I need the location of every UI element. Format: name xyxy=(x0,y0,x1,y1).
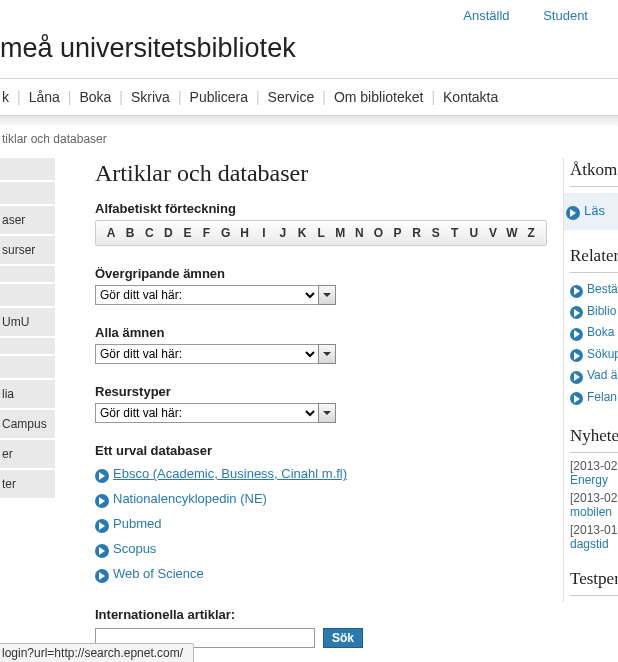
dropdown-arrow-icon[interactable] xyxy=(318,403,336,423)
db-link[interactable]: Scopus xyxy=(113,541,156,556)
right-sidebar: Åtkomst Läs Relaterade BestäBiblioBokaSö… xyxy=(563,158,618,602)
alpha-K[interactable]: K xyxy=(293,226,311,240)
db-item: Ebsco (Academic, Business, Cinahl m.fl) xyxy=(95,462,547,487)
sidebar-item[interactable]: UmU xyxy=(0,308,55,338)
alpha-M[interactable]: M xyxy=(331,226,349,240)
alpha-H[interactable]: H xyxy=(236,226,254,240)
alpha-P[interactable]: P xyxy=(388,226,406,240)
related-link[interactable]: Vad ä xyxy=(587,368,617,382)
alpha-W[interactable]: W xyxy=(503,226,521,240)
play-icon xyxy=(570,392,583,405)
related-link[interactable]: Sökup xyxy=(587,347,618,361)
alpha-B[interactable]: B xyxy=(121,226,139,240)
dropdown-arrow-icon[interactable] xyxy=(318,344,336,364)
news-link[interactable]: Energy xyxy=(570,473,608,487)
db-item: Web of Science xyxy=(95,562,547,587)
main-content: Artiklar och databaser Alfabetiskt förte… xyxy=(55,158,563,648)
db-link[interactable]: Nationalencyklopedin (NE) xyxy=(113,491,267,506)
intl-label: Internationella artiklar: xyxy=(95,607,547,622)
play-icon xyxy=(570,349,583,362)
nav-skriva[interactable]: Skriva xyxy=(131,89,170,105)
toplink-staff[interactable]: Anställd xyxy=(463,8,509,23)
sidebar-item[interactable]: aser xyxy=(0,206,55,236)
related-link[interactable]: Biblio xyxy=(587,304,616,318)
nav-boka[interactable]: Boka xyxy=(79,89,111,105)
news-date: [2013-02 xyxy=(570,459,618,473)
alpha-N[interactable]: N xyxy=(350,226,368,240)
alpha-G[interactable]: G xyxy=(217,226,235,240)
nav-k[interactable]: k xyxy=(2,89,9,105)
nav-låna[interactable]: Låna xyxy=(29,89,60,105)
sidebar-item[interactable]: lia xyxy=(0,380,55,410)
alpha-heading: Alfabetiskt förteckning xyxy=(95,201,547,216)
sidebar-item[interactable]: Campus xyxy=(0,410,55,440)
alpha-D[interactable]: D xyxy=(159,226,177,240)
alpha-E[interactable]: E xyxy=(178,226,196,240)
db-item: Pubmed xyxy=(95,512,547,537)
dropdown-arrow-icon[interactable] xyxy=(318,285,336,305)
alpha-F[interactable]: F xyxy=(197,226,215,240)
alpha-R[interactable]: R xyxy=(408,226,426,240)
status-bar: login?url=http://search.epnet.com/ xyxy=(0,643,194,648)
related-link-row: Sökup xyxy=(570,344,618,366)
alla-select[interactable]: Gör ditt val här: xyxy=(95,344,319,364)
testpe-heading: Testperiod xyxy=(570,567,618,596)
nav-publicera[interactable]: Publicera xyxy=(190,89,248,105)
db-link[interactable]: Web of Science xyxy=(113,566,204,581)
alpha-O[interactable]: O xyxy=(369,226,387,240)
play-icon xyxy=(95,469,109,483)
related-link[interactable]: Boka xyxy=(587,325,614,339)
sidebar-spacer xyxy=(0,266,55,284)
nyheter-heading: Nyheter xyxy=(570,424,618,453)
related-link-row: Bestä xyxy=(570,279,618,301)
las-link[interactable]: Läs xyxy=(584,203,605,218)
alpha-U[interactable]: U xyxy=(465,226,483,240)
news-title: Energy xyxy=(570,473,618,491)
resurstyper-select[interactable]: Gör ditt val här: xyxy=(95,403,319,423)
sidebar-spacer xyxy=(0,284,55,308)
sidebar-spacer xyxy=(0,338,55,356)
alpha-Z[interactable]: Z xyxy=(522,226,540,240)
db-link[interactable]: Ebsco (Academic, Business, Cinahl m.fl) xyxy=(113,466,347,481)
related-link[interactable]: Bestä xyxy=(587,282,618,296)
sidebar-item[interactable]: er xyxy=(0,440,55,470)
nav-service[interactable]: Service xyxy=(268,89,315,105)
alpha-C[interactable]: C xyxy=(140,226,158,240)
news-link[interactable]: mobilen xyxy=(570,505,612,519)
alpha-L[interactable]: L xyxy=(312,226,330,240)
play-icon xyxy=(95,569,109,583)
nav-shadow xyxy=(0,116,618,128)
breadcrumb: tiklar och databaser xyxy=(0,128,618,158)
resurstyper-label: Resurstyper xyxy=(95,384,547,399)
urval-heading: Ett urval databaser xyxy=(95,443,547,458)
alpha-A[interactable]: A xyxy=(102,226,120,240)
db-link[interactable]: Pubmed xyxy=(113,516,161,531)
alpha-V[interactable]: V xyxy=(484,226,502,240)
sidebar-spacer xyxy=(0,158,55,182)
toplink-student[interactable]: Student xyxy=(543,8,588,23)
sidebar-item[interactable]: surser xyxy=(0,236,55,266)
alpha-S[interactable]: S xyxy=(427,226,445,240)
related-link-row: Felan xyxy=(570,387,618,409)
play-icon xyxy=(95,519,109,533)
related-link[interactable]: Felan xyxy=(587,390,617,404)
alpha-J[interactable]: J xyxy=(274,226,292,240)
left-sidebar: asersurser UmU liaCampuserter xyxy=(0,158,55,500)
alla-label: Alla ämnen xyxy=(95,325,547,340)
news-link[interactable]: dagstid xyxy=(570,537,609,551)
nav-om biblioteket[interactable]: Om biblioteket xyxy=(334,89,423,105)
database-list: Ebsco (Academic, Business, Cinahl m.fl)N… xyxy=(95,462,547,587)
play-icon xyxy=(95,494,109,508)
sidebar-item[interactable]: ter xyxy=(0,470,55,500)
alpha-T[interactable]: T xyxy=(446,226,464,240)
related-link-row: Boka xyxy=(570,322,618,344)
alpha-I[interactable]: I xyxy=(255,226,273,240)
play-icon xyxy=(566,206,580,220)
search-button[interactable]: Sök xyxy=(323,628,363,648)
nav-kontakta[interactable]: Kontakta xyxy=(443,89,498,105)
overgripande-select[interactable]: Gör ditt val här: xyxy=(95,285,319,305)
db-item: Nationalencyklopedin (NE) xyxy=(95,487,547,512)
play-icon xyxy=(570,306,583,319)
db-item: Scopus xyxy=(95,537,547,562)
sidebar-spacer xyxy=(0,182,55,206)
